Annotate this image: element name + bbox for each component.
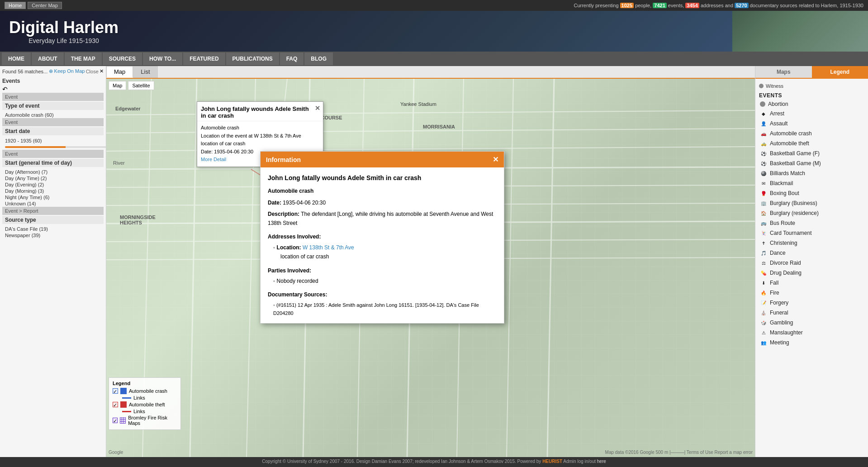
nav-btn-blog[interactable]: BLOG [304,52,333,65]
map-label-morningside: MORNINGSIDEHEIGHTS [120,214,156,225]
popup-more-detail-link[interactable]: More Detail [201,157,226,162]
map-view-btn[interactable]: Map [109,81,126,90]
nav-btn-publications[interactable]: PUBLICATIONS [226,52,279,65]
info-address-row: ◦ Location: W 138th St & 7th Ave locatio… [268,243,497,262]
map-label-edgewater: Edgewater [115,106,141,111]
manslaughter-label: Manslaughter [770,329,803,336]
tab-list[interactable]: List [133,66,157,78]
legend-color-1 [120,388,127,394]
rs-event-christening[interactable]: ✝ Christening [759,238,864,248]
rs-event-abortion[interactable]: Abortion [759,100,864,109]
rs-event-dance[interactable]: 🎵 Dance [759,248,864,258]
info-address-link[interactable]: W 138th St & 7th Ave [303,244,354,251]
filter-item-evening[interactable]: Day (Evening) (2) [2,181,104,188]
legend-item-1: ✓ Automobile crash [113,388,177,394]
filter-item-newspaper[interactable]: Newspaper (39) [2,232,104,238]
witness-dot [759,84,764,88]
rs-event-meeting[interactable]: 👥 Meeting [759,338,864,348]
dance-icon: 🎵 [760,249,767,257]
dance-label: Dance [770,250,786,256]
rs-event-fire[interactable]: 🔥 Fire [759,288,864,298]
rs-event-forgery[interactable]: 📝 Forgery [759,298,864,308]
filter-item-1[interactable]: Automobile crash (60) [2,112,104,118]
card-tournament-icon: 🃏 [760,229,767,237]
close-sidebar-btn[interactable]: Close [86,69,99,74]
rs-event-drug-dealing[interactable]: 💊 Drug Dealing [759,268,864,278]
basketball-f-label: Basketball Game (F) [770,150,820,157]
automobile-crash-icon: 🚗 [760,130,767,137]
info-source-text: ◦ (#16151) 12 Apr 1935 : Adele Smith aga… [268,301,497,318]
rs-tab-legend[interactable]: Legend [812,66,868,78]
filter-item-unknown[interactable]: Unknown (14) [2,200,104,207]
burglary-residence-icon: 🏠 [760,210,767,217]
satellite-view-btn[interactable]: Satellite [128,81,154,90]
legend-label-5: Bromley Fire Risk Maps [128,415,177,426]
nav-btn-faq[interactable]: FAQ [280,52,304,65]
google-attribution: Google [109,450,123,455]
nav-btn-the-map[interactable]: THE MAP [65,52,102,65]
rs-event-basketball-f[interactable]: ⚽ Basketball Game (F) [759,148,864,158]
nav-btn-sources[interactable]: SOURCES [103,52,142,65]
automobile-theft-label: Automobile theft [770,140,809,147]
info-event-type: Automobile crash [268,186,497,195]
rs-event-automobile-crash[interactable]: 🚗 Automobile crash [759,129,864,138]
filter-item-da[interactable]: DA's Case File (19) [2,226,104,232]
rs-event-bus-route[interactable]: 🚌 Bus Route [759,218,864,228]
rs-event-fall[interactable]: ⬇ Fall [759,278,864,288]
rs-event-card-tournament[interactable]: 🃏 Card Tournament [759,228,864,238]
filter-item-night[interactable]: Night (Any Time) (6) [2,194,104,200]
map-container[interactable]: 🚗 🚗 🚗 🚗 🚗 🚗 🚗 🚗 🚗 Edgewater River MORNIN… [106,79,755,457]
legend-checkbox-2[interactable]: ✓ [113,402,118,407]
year-range: 1920 - 1935 (60) [2,137,104,144]
rs-event-burglary-residence[interactable]: 🏠 Burglary (residence) [759,208,864,218]
automobile-crash-label: Automobile crash [770,130,812,137]
rs-event-automobile-theft[interactable]: 🚕 Automobile theft [759,138,864,148]
blackmail-icon: ✉ [760,180,767,187]
rs-event-burglary-business[interactable]: 🏢 Burglary (Business) [759,198,864,208]
rs-event-basketball-m[interactable]: ⚽ Basketball Game (M) [759,158,864,168]
nav-btn-how-to-[interactable]: HOW TO... [143,52,182,65]
sidebar-header: Found 56 matches... ⊕ Keep On Map Close … [2,68,104,74]
nav-btn-home[interactable]: HOME [2,52,31,65]
site-subtitle: Everyday Life 1915-1930 [9,37,119,44]
info-modal-close-btn[interactable]: ✕ [493,155,498,164]
tab-center-map[interactable]: Center Map [28,2,62,9]
filter-item-afternoon[interactable]: Day (Afternoon) (7) [2,169,104,175]
rs-tab-maps[interactable]: Maps [755,66,812,78]
legend-checkbox-1[interactable]: ✓ [113,388,118,394]
rs-event-blackmail[interactable]: ✉ Blackmail [759,178,864,188]
rs-event-divorce-raid[interactable]: ⚖ Divorce Raid [759,258,864,268]
filter-item-anytime[interactable]: Day (Any Time) (2) [2,175,104,181]
legend-checkbox-3[interactable]: ✓ [113,418,118,423]
fire-label: Fire [770,290,779,296]
billiards-icon: 🎱 [760,170,767,177]
map-popup-close-btn[interactable]: ✕ [315,105,320,112]
bullet3-icon: ◦ [273,302,276,308]
bullet2-icon: ◦ [273,278,277,284]
rs-event-arrest[interactable]: ◆ Arrest [759,109,864,119]
rs-event-boxing[interactable]: 🥊 Boxing Bout [759,188,864,198]
keep-on-map-btn[interactable]: ⊕ Keep On Map [49,68,85,74]
burglary-residence-label: Burglary (residence) [770,210,819,216]
rs-event-assault[interactable]: 👤 Assault [759,119,864,129]
tab-map[interactable]: Map [106,66,133,78]
rs-event-billiards[interactable]: 🎱 Billiards Match [759,168,864,178]
rs-event-gambling[interactable]: 🎲 Gambling [759,318,864,328]
top-bar-tabs: Home Center Map [5,2,62,9]
legend-grid-color [120,417,126,424]
nav-btn-about[interactable]: ABOUT [32,52,64,65]
basketball-m-icon: ⚽ [760,160,767,167]
range-slider[interactable] [5,146,106,148]
close-x-icon[interactable]: ✕ [100,68,104,74]
footer: Copyright © University of Sydney 2007 - … [0,457,868,467]
footer-admin-link[interactable]: here [597,459,606,464]
rs-event-funeral[interactable]: ⛪ Funeral [759,308,864,318]
rs-event-manslaughter[interactable]: ⚠ Manslaughter [759,328,864,338]
matches-count: Found 56 matches... [2,69,47,74]
tab-home[interactable]: Home [5,2,26,9]
right-sidebar-tabs: Maps Legend [755,66,868,79]
bus-route-label: Bus Route [770,220,795,226]
filter-item-morning[interactable]: Day (Morning) (3) [2,188,104,194]
nav-btn-featured[interactable]: FEATURED [183,52,225,65]
divorce-raid-label: Divorce Raid [770,260,801,266]
